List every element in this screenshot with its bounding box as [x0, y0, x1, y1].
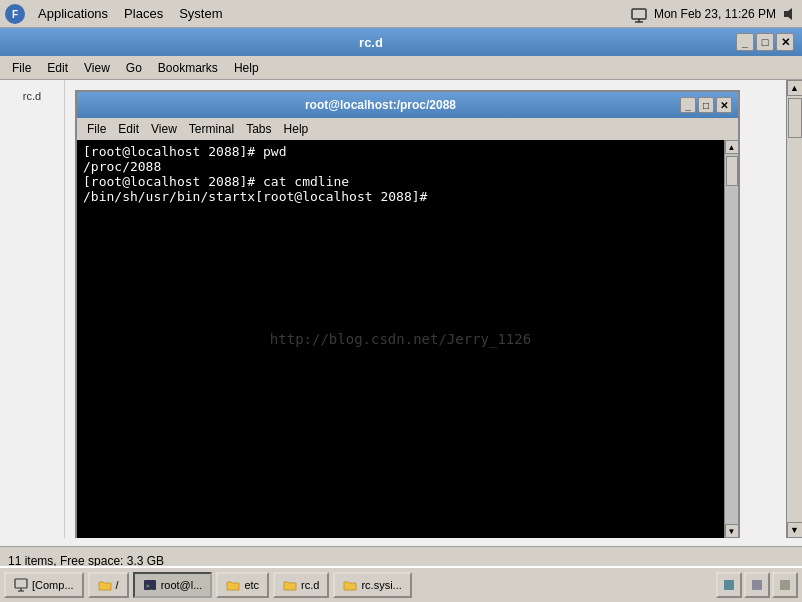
taskbar-btn-computer-label: [Comp...	[32, 579, 74, 591]
terminal-maximize-button[interactable]: □	[698, 97, 714, 113]
volume-icon	[782, 6, 798, 22]
computer-icon	[14, 578, 28, 592]
outer-edit-menu[interactable]: Edit	[39, 59, 76, 77]
outer-file-menu[interactable]: File	[4, 59, 39, 77]
taskbar-btn-root-folder[interactable]: /	[88, 572, 129, 598]
terminal-scroll-down[interactable]: ▼	[725, 524, 739, 538]
main-file-area: root@localhost:/proc/2088 _ □ ✕ File Edi…	[65, 80, 786, 538]
folder-icon-rcd	[283, 578, 297, 592]
taskbar-right-btn-2[interactable]	[744, 572, 770, 598]
system-menu[interactable]: System	[171, 4, 230, 23]
outer-close-button[interactable]: ✕	[776, 33, 794, 51]
terminal-terminal-menu[interactable]: Terminal	[183, 121, 240, 137]
taskbar-btn-etc-label: etc	[244, 579, 259, 591]
terminal-titlebar: root@localhost:/proc/2088 _ □ ✕	[77, 92, 738, 118]
terminal-line-3: [root@localhost 2088]# cat cmdline	[83, 174, 718, 189]
applications-menu[interactable]: Applications	[30, 4, 116, 23]
terminal-minimize-button[interactable]: _	[680, 97, 696, 113]
top-menubar: F Applications Places System Mon Feb 23,…	[0, 0, 802, 28]
top-right-section: Mon Feb 23, 11:26 PM	[630, 5, 798, 23]
terminal-scroll-up[interactable]: ▲	[725, 140, 739, 154]
svg-text:>_: >_	[146, 582, 154, 590]
taskbar-right-icon-3	[778, 578, 792, 592]
folder-icon-root	[98, 578, 112, 592]
taskbar-right-btn-1[interactable]	[716, 572, 742, 598]
terminal-line-2: /proc/2088	[83, 159, 718, 174]
outer-bookmarks-menu[interactable]: Bookmarks	[150, 59, 226, 77]
terminal-body: [root@localhost 2088]# pwd /proc/2088 [r…	[77, 140, 738, 538]
outer-maximize-button[interactable]: □	[756, 33, 774, 51]
taskbar-btn-computer[interactable]: [Comp...	[4, 572, 84, 598]
svg-text:F: F	[12, 9, 18, 20]
taskbar-btn-rcsysi[interactable]: rc.sysi...	[333, 572, 411, 598]
outer-minimize-button[interactable]: _	[736, 33, 754, 51]
terminal-edit-menu[interactable]: Edit	[112, 121, 145, 137]
terminal-icon-taskbar: >_	[143, 578, 157, 592]
terminal-watermark: http://blog.csdn.net/Jerry_1126	[270, 331, 531, 347]
outer-title: rc.d	[8, 35, 734, 50]
outer-file-manager-window: rc.d _ □ ✕ File Edit View Go Bookmarks H…	[0, 28, 802, 602]
folder-icon-rcsysi	[343, 578, 357, 592]
outer-scroll-down[interactable]: ▼	[787, 522, 803, 538]
terminal-scrollbar: ▲ ▼	[724, 140, 738, 538]
datetime: Mon Feb 23, 11:26 PM	[654, 7, 776, 21]
taskbar-btn-rcd-label: rc.d	[301, 579, 319, 591]
network-icon	[630, 5, 648, 23]
svg-rect-2	[632, 9, 646, 19]
outer-menubar: File Edit View Go Bookmarks Help	[0, 56, 802, 80]
terminal-view-menu[interactable]: View	[145, 121, 183, 137]
left-panel-item: rc.d	[23, 90, 41, 102]
terminal-line-1: [root@localhost 2088]# pwd	[83, 144, 718, 159]
terminal-scroll-thumb[interactable]	[726, 156, 738, 186]
outer-scroll-thumb[interactable]	[788, 98, 802, 138]
places-menu[interactable]: Places	[116, 4, 171, 23]
svg-rect-11	[724, 580, 734, 590]
terminal-tabs-menu[interactable]: Tabs	[240, 121, 277, 137]
taskbar-btn-etc[interactable]: etc	[216, 572, 269, 598]
terminal-close-button[interactable]: ✕	[716, 97, 732, 113]
taskbar: [Comp... / >_ root@l... etc rc.d rc.sysi…	[0, 566, 802, 602]
taskbar-right-icon-1	[722, 578, 736, 592]
terminal-file-menu[interactable]: File	[81, 121, 112, 137]
terminal-content[interactable]: [root@localhost 2088]# pwd /proc/2088 [r…	[77, 140, 724, 538]
taskbar-btn-root-label: /	[116, 579, 119, 591]
taskbar-right-btn-3[interactable]	[772, 572, 798, 598]
terminal-help-menu[interactable]: Help	[278, 121, 315, 137]
terminal-menubar: File Edit View Terminal Tabs Help	[77, 118, 738, 140]
outer-scrollbar: ▲ ▼	[786, 80, 802, 538]
svg-marker-5	[784, 8, 792, 20]
taskbar-right-icon-2	[750, 578, 764, 592]
svg-rect-6	[15, 579, 27, 588]
outer-view-menu[interactable]: View	[76, 59, 118, 77]
terminal-window: root@localhost:/proc/2088 _ □ ✕ File Edi…	[75, 90, 740, 538]
taskbar-btn-rcsysi-label: rc.sysi...	[361, 579, 401, 591]
outer-go-menu[interactable]: Go	[118, 59, 150, 77]
fedora-icon: F	[4, 3, 26, 25]
taskbar-btn-terminal[interactable]: >_ root@l...	[133, 572, 213, 598]
folder-icon-etc	[226, 578, 240, 592]
left-panel: rc.d	[0, 80, 65, 538]
svg-rect-12	[752, 580, 762, 590]
terminal-line-4: /bin/sh/usr/bin/startx[root@localhost 20…	[83, 189, 718, 204]
outer-scroll-up[interactable]: ▲	[787, 80, 803, 96]
terminal-title: root@localhost:/proc/2088	[83, 98, 678, 112]
taskbar-btn-rcd[interactable]: rc.d	[273, 572, 329, 598]
outer-titlebar: rc.d _ □ ✕	[0, 28, 802, 56]
svg-rect-13	[780, 580, 790, 590]
taskbar-btn-terminal-label: root@l...	[161, 579, 203, 591]
taskbar-right-buttons	[716, 572, 798, 598]
outer-help-menu[interactable]: Help	[226, 59, 267, 77]
